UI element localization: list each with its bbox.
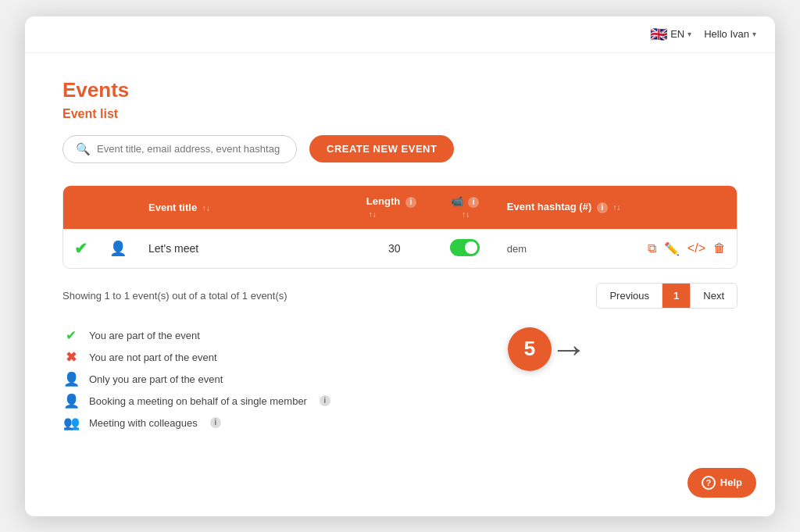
th-actions: [637, 186, 737, 230]
td-length: 30: [355, 229, 434, 268]
legend-label-people: Meeting with colleagues: [89, 417, 198, 429]
search-input[interactable]: [97, 143, 284, 155]
td-event-title: Let's meet: [138, 229, 355, 268]
next-button[interactable]: Next: [691, 284, 737, 308]
legend-item-check: ✔ You are part of the event: [62, 327, 738, 344]
search-icon: 🔍: [76, 142, 91, 156]
video-camera-icon: 📹: [451, 195, 463, 207]
delete-icon[interactable]: 🗑: [713, 241, 726, 255]
showing-text: Showing 1 to 1 event(s) out of a total o…: [62, 290, 288, 302]
sort-icon-video[interactable]: ↑↓: [462, 210, 470, 219]
annotation-arrow: →: [550, 330, 588, 368]
legend-people-icon: 👥: [62, 415, 80, 431]
lang-label: EN: [670, 28, 684, 40]
action-icons: ⧉ ✏️ </> 🗑: [648, 241, 726, 256]
events-table-wrap: Event title ↑↓ Length i ↑↓ 📹 i ↑↓: [62, 185, 738, 269]
legend-label-x: You are not part of the event: [89, 352, 217, 363]
search-row: 🔍 CREATE NEW EVENT: [62, 135, 738, 163]
video-info-icon[interactable]: i: [468, 197, 479, 208]
topbar: 🇬🇧 EN ▾ Hello Ivan ▾: [25, 16, 775, 53]
person-icon: 👤: [109, 241, 127, 256]
legend-item-person: 👤 Only you are part of the event: [62, 371, 738, 387]
create-event-button[interactable]: CREATE NEW EVENT: [309, 135, 454, 162]
current-page: 1: [662, 284, 691, 308]
sort-icon-length[interactable]: ↑↓: [369, 210, 377, 219]
legend-x-icon: ✖: [62, 349, 80, 366]
pagination: Previous 1 Next: [596, 283, 738, 309]
help-label: Help: [720, 477, 742, 488]
sort-icon-title[interactable]: ↑↓: [202, 204, 210, 212]
annotation-circle: 5: [508, 327, 552, 371]
th-hashtag: Event hashtag (#) i ↑↓: [496, 186, 637, 230]
legend-info-icon-1[interactable]: i: [320, 395, 330, 406]
td-person-icon: 👤: [98, 229, 138, 268]
legend-item-people: 👥 Meeting with colleagues i: [62, 415, 738, 431]
main-window: 🇬🇧 EN ▾ Hello Ivan ▾ Events Event list 🔍…: [25, 16, 775, 516]
legend-label-person-q: Booking a meeting on behalf of a single …: [89, 395, 307, 407]
page-title: Events: [62, 78, 738, 102]
legend-person-icon: 👤: [62, 371, 80, 387]
td-actions: ⧉ ✏️ </> 🗑: [637, 229, 737, 268]
legend-check-icon: ✔: [62, 327, 80, 344]
edit-icon[interactable]: ✏️: [664, 241, 680, 256]
th-check: [63, 186, 98, 230]
copy-icon[interactable]: ⧉: [648, 241, 656, 255]
user-chevron: ▾: [752, 30, 756, 38]
language-selector[interactable]: 🇬🇧 EN ▾: [650, 26, 691, 43]
legend-label-check: You are part of the event: [89, 330, 200, 341]
legend-person-q-icon: 👤: [62, 393, 80, 409]
row-check-icon: ✔: [74, 240, 88, 257]
main-content: Events Event list 🔍 CREATE NEW EVENT Eve…: [25, 53, 775, 516]
events-table: Event title ↑↓ Length i ↑↓ 📹 i ↑↓: [63, 186, 737, 268]
td-video: [434, 229, 496, 268]
length-info-icon[interactable]: i: [405, 197, 416, 208]
th-video: 📹 i ↑↓: [434, 186, 496, 230]
hashtag-info-icon[interactable]: i: [597, 202, 608, 213]
user-menu[interactable]: Hello Ivan ▾: [704, 28, 756, 40]
th-icon: [98, 186, 138, 230]
help-circle-icon: ?: [702, 476, 716, 490]
th-event-title: Event title ↑↓: [138, 186, 355, 230]
previous-button[interactable]: Previous: [597, 284, 662, 308]
legend-item-x: ✖ You are not part of the event: [62, 349, 738, 366]
legend-info-icon-2[interactable]: i: [210, 417, 221, 428]
legend-label-person: Only you are part of the event: [89, 373, 223, 385]
pagination-row: Showing 1 to 1 event(s) out of a total o…: [62, 283, 738, 309]
table-row: ✔ 👤 Let's meet 30: [63, 229, 737, 268]
legend-item-person-q: 👤 Booking a meeting on behalf of a singl…: [62, 393, 738, 409]
code-icon[interactable]: </>: [688, 241, 705, 255]
legend: ✔ You are part of the event ✖ You are no…: [62, 327, 738, 431]
section-title: Event list: [62, 107, 738, 121]
table-header-row: Event title ↑↓ Length i ↑↓ 📹 i ↑↓: [63, 186, 737, 230]
user-greeting: Hello Ivan: [704, 28, 749, 40]
td-check: ✔: [63, 229, 98, 268]
search-box: 🔍: [62, 135, 297, 163]
lang-chevron: ▾: [688, 30, 691, 38]
video-toggle[interactable]: [450, 239, 480, 256]
th-length: Length i ↑↓: [355, 186, 434, 230]
td-hashtag: dem: [496, 229, 637, 268]
help-button[interactable]: ? Help: [688, 468, 756, 498]
sort-icon-hashtag[interactable]: ↑↓: [612, 203, 620, 212]
